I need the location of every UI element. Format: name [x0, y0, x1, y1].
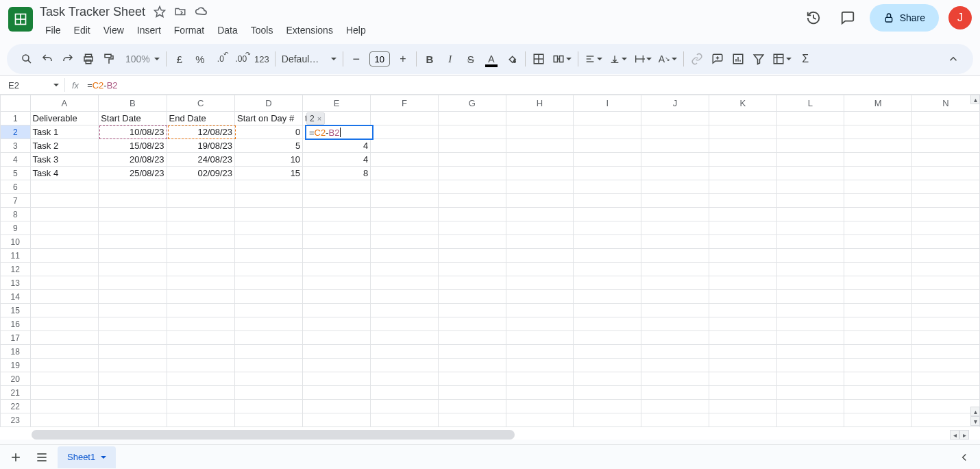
sheet-tab-active[interactable]: Sheet1 — [58, 446, 116, 468]
cell[interactable] — [912, 386, 980, 400]
cell[interactable] — [844, 345, 912, 359]
scroll-left-button[interactable]: ◂ — [950, 430, 959, 440]
cell[interactable] — [371, 153, 439, 167]
cell[interactable] — [30, 194, 99, 208]
cell[interactable] — [912, 180, 980, 194]
menu-insert[interactable]: Insert — [132, 22, 167, 38]
cell[interactable] — [912, 167, 980, 180]
cell[interactable] — [99, 194, 167, 208]
cell[interactable] — [167, 208, 234, 221]
row-header[interactable]: 3 — [1, 139, 31, 153]
active-cell-editor[interactable]: =C2-B2 — [305, 125, 373, 140]
cell[interactable] — [506, 112, 574, 125]
cell[interactable] — [30, 221, 99, 235]
cell[interactable] — [709, 194, 776, 208]
cell[interactable] — [99, 304, 167, 317]
cell[interactable] — [574, 249, 641, 263]
scroll-up-button[interactable]: ▴ — [970, 407, 980, 416]
cell[interactable] — [912, 112, 980, 125]
col-header[interactable]: F — [371, 95, 439, 112]
cell[interactable] — [709, 153, 776, 167]
cell[interactable] — [371, 139, 439, 153]
horizontal-scrollbar[interactable] — [32, 430, 515, 440]
cell[interactable] — [912, 221, 980, 235]
cell[interactable] — [844, 331, 912, 345]
history-icon[interactable] — [801, 5, 826, 30]
cell[interactable]: Deliverable — [30, 112, 99, 125]
cell[interactable] — [438, 359, 506, 372]
cell[interactable] — [30, 208, 99, 221]
cell[interactable] — [709, 235, 776, 249]
cell[interactable] — [709, 400, 776, 413]
cell[interactable] — [235, 290, 303, 304]
zoom-selector[interactable]: 100% — [119, 49, 163, 69]
cell[interactable] — [99, 331, 167, 345]
row-header[interactable]: 10 — [1, 235, 31, 249]
cell[interactable] — [912, 372, 980, 386]
menu-view[interactable]: View — [98, 22, 130, 38]
cell[interactable]: Task 4 — [30, 167, 99, 180]
name-box[interactable]: E2 — [0, 80, 64, 91]
cell[interactable] — [574, 235, 641, 249]
cell[interactable] — [776, 180, 844, 194]
cell[interactable] — [167, 221, 234, 235]
cell[interactable] — [844, 249, 912, 263]
row-header[interactable]: 22 — [1, 400, 31, 413]
cell[interactable] — [167, 263, 234, 276]
cell[interactable] — [776, 194, 844, 208]
cell[interactable] — [776, 359, 844, 372]
spreadsheet-grid[interactable]: A B C D E F G H I J K L M N 1Deliverable… — [0, 95, 980, 427]
cell[interactable] — [641, 386, 709, 400]
cell[interactable] — [438, 167, 506, 180]
cell[interactable]: Task 1 — [30, 125, 99, 139]
cell[interactable] — [776, 139, 844, 153]
cell[interactable] — [574, 331, 641, 345]
cell[interactable] — [574, 345, 641, 359]
cell[interactable] — [641, 208, 709, 221]
cell[interactable] — [438, 263, 506, 276]
cell[interactable] — [99, 221, 167, 235]
cell[interactable] — [912, 249, 980, 263]
cell[interactable]: 4 — [303, 153, 371, 167]
cell[interactable] — [506, 125, 574, 139]
menu-tools[interactable]: Tools — [245, 22, 279, 38]
cell[interactable]: 25/08/23 — [99, 167, 167, 180]
cell[interactable] — [235, 304, 303, 317]
cell[interactable]: 15 — [235, 167, 303, 180]
cell[interactable] — [371, 208, 439, 221]
cell[interactable] — [30, 249, 99, 263]
cell[interactable] — [709, 372, 776, 386]
cell[interactable] — [574, 112, 641, 125]
cell[interactable] — [776, 125, 844, 139]
row-header[interactable]: 19 — [1, 359, 31, 372]
cell[interactable] — [574, 180, 641, 194]
cell[interactable] — [709, 345, 776, 359]
number-format-button[interactable]: 123 — [252, 49, 272, 69]
cell[interactable] — [438, 235, 506, 249]
cell[interactable] — [506, 359, 574, 372]
cell[interactable] — [776, 276, 844, 290]
cell[interactable] — [167, 372, 234, 386]
cell[interactable] — [641, 304, 709, 317]
cell[interactable] — [99, 276, 167, 290]
font-size-input[interactable] — [369, 51, 390, 67]
col-header[interactable]: K — [709, 95, 776, 112]
cell[interactable] — [99, 372, 167, 386]
cell[interactable] — [776, 331, 844, 345]
merge-button[interactable] — [549, 49, 575, 69]
font-selector[interactable]: Defaul… — [278, 49, 340, 69]
cell[interactable] — [371, 304, 439, 317]
col-header[interactable]: D — [235, 95, 303, 112]
cell[interactable] — [506, 413, 574, 427]
cell[interactable] — [641, 153, 709, 167]
cell[interactable] — [776, 400, 844, 413]
cell[interactable]: 15/08/23 — [99, 139, 167, 153]
insert-chart-icon[interactable] — [728, 49, 748, 69]
cell[interactable] — [844, 112, 912, 125]
cell[interactable] — [506, 372, 574, 386]
row-header[interactable]: 4 — [1, 153, 31, 167]
cell[interactable] — [371, 400, 439, 413]
cell[interactable] — [912, 317, 980, 331]
cell[interactable] — [506, 331, 574, 345]
cell[interactable] — [99, 359, 167, 372]
